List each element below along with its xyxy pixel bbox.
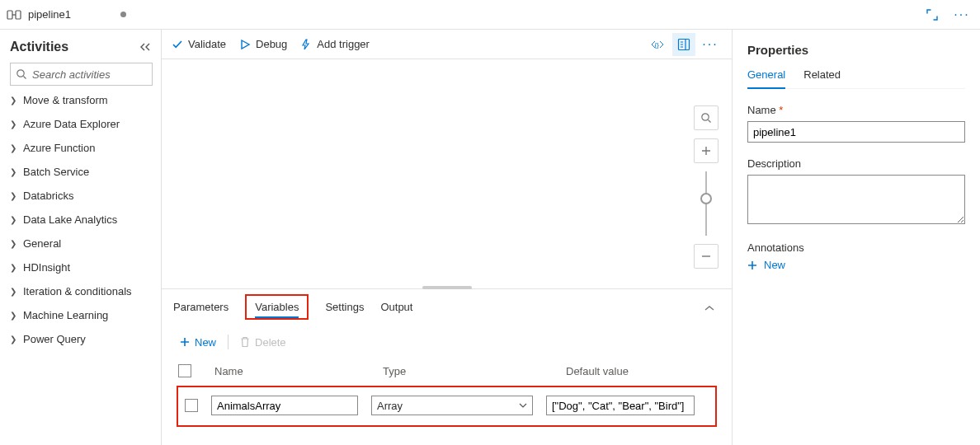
add-trigger-button[interactable]: Add trigger xyxy=(300,38,370,50)
chevron-right-icon: ❯ xyxy=(10,96,16,105)
column-name: Name xyxy=(214,365,373,377)
zoom-out-button[interactable] xyxy=(694,244,719,269)
collapse-bottom-icon[interactable] xyxy=(704,304,720,312)
props-tab-related[interactable]: Related xyxy=(803,68,841,88)
tab-parameters[interactable]: Parameters xyxy=(173,294,229,321)
code-view-icon[interactable]: {} xyxy=(646,33,669,56)
validate-label: Validate xyxy=(188,38,226,50)
search-icon xyxy=(16,68,27,80)
row-checkbox[interactable] xyxy=(185,399,198,412)
new-annotation-button[interactable]: New xyxy=(747,259,965,271)
action-separator xyxy=(228,335,229,349)
activity-group[interactable]: ❯Machine Learning xyxy=(10,309,153,321)
zoom-search-icon[interactable] xyxy=(694,105,719,130)
toolbar-more-icon[interactable]: ··· xyxy=(699,33,722,56)
tab-output[interactable]: Output xyxy=(380,294,412,321)
variable-type-value: Array xyxy=(377,400,403,412)
bottom-panel: Parameters Variables Settings Output New xyxy=(162,288,732,445)
activity-group[interactable]: ❯Power Query xyxy=(10,333,153,345)
chevron-right-icon: ❯ xyxy=(10,119,16,129)
svg-point-5 xyxy=(702,114,709,120)
activity-group[interactable]: ❯Azure Data Explorer xyxy=(10,118,153,130)
activity-label: General xyxy=(23,237,61,250)
variable-name-input[interactable] xyxy=(211,396,358,415)
add-trigger-label: Add trigger xyxy=(317,38,370,50)
activities-title: Activities xyxy=(10,40,134,54)
tab-bar: pipeline1 ··· xyxy=(0,0,980,30)
search-input[interactable] xyxy=(32,68,172,81)
svg-text:{}: {} xyxy=(655,41,660,49)
activity-label: Azure Function xyxy=(23,142,95,154)
activity-group[interactable]: ❯HDInsight xyxy=(10,261,153,274)
validate-button[interactable]: Validate xyxy=(172,38,226,50)
activity-label: HDInsight xyxy=(23,261,70,274)
column-type: Type xyxy=(383,365,556,377)
unsaved-dot-icon xyxy=(120,12,126,17)
chevron-right-icon: ❯ xyxy=(10,215,16,224)
pipeline-description-textarea[interactable] xyxy=(747,175,965,224)
svg-point-2 xyxy=(17,70,24,77)
zoom-slider[interactable] xyxy=(705,171,707,236)
tab-title[interactable]: pipeline1 xyxy=(28,8,71,21)
new-annotation-label: New xyxy=(764,259,785,271)
activity-group[interactable]: ❯Batch Service xyxy=(10,166,153,178)
properties-toggle-icon[interactable] xyxy=(672,33,695,56)
chevron-right-icon: ❯ xyxy=(10,287,16,296)
tab-variables[interactable]: Variables xyxy=(245,294,309,320)
activities-sidebar: Activities ❯Move & transform ❯Azure Data… xyxy=(0,30,162,445)
chevron-right-icon: ❯ xyxy=(10,239,16,248)
chevron-down-icon xyxy=(519,402,527,409)
fullscreen-icon[interactable] xyxy=(921,3,944,26)
activity-label: Power Query xyxy=(23,333,86,345)
activity-group[interactable]: ❯Databricks xyxy=(10,190,153,202)
chevron-right-icon: ❯ xyxy=(10,335,16,344)
new-label: New xyxy=(195,336,216,349)
activity-label: Batch Service xyxy=(23,166,89,178)
column-default: Default value xyxy=(566,365,717,377)
zoom-in-button[interactable] xyxy=(694,138,719,163)
delete-variable-button: Delete xyxy=(240,336,286,349)
activity-label: Databricks xyxy=(23,190,73,202)
new-variable-button[interactable]: New xyxy=(180,336,216,349)
activity-label: Machine Learning xyxy=(23,309,108,321)
activity-group[interactable]: ❯General xyxy=(10,237,153,250)
chevron-right-icon: ❯ xyxy=(10,143,16,152)
properties-panel: Properties General Related Name * Descri… xyxy=(733,30,980,445)
svg-rect-1 xyxy=(16,11,21,19)
chevron-right-icon: ❯ xyxy=(10,311,16,320)
name-label: Name * xyxy=(747,104,965,116)
debug-label: Debug xyxy=(256,38,287,50)
search-input-wrapper[interactable] xyxy=(10,63,153,86)
canvas-scroll-handle[interactable] xyxy=(422,286,472,289)
svg-rect-4 xyxy=(679,39,690,49)
variables-table: Name Type Default value Array xyxy=(177,364,717,427)
svg-rect-0 xyxy=(7,11,12,19)
chevron-right-icon: ❯ xyxy=(10,263,16,272)
tab-settings[interactable]: Settings xyxy=(325,294,364,321)
variable-row: Array xyxy=(177,386,717,427)
variable-default-input[interactable] xyxy=(546,396,695,415)
debug-button[interactable]: Debug xyxy=(239,38,287,50)
chevron-right-icon: ❯ xyxy=(10,167,16,176)
zoom-thumb[interactable] xyxy=(700,193,712,204)
activity-label: Iteration & conditionals xyxy=(23,285,132,297)
pipeline-icon xyxy=(7,8,21,21)
properties-title: Properties xyxy=(747,43,965,57)
more-icon[interactable]: ··· xyxy=(950,3,973,26)
activity-group[interactable]: ❯Azure Function xyxy=(10,142,153,154)
props-tab-general[interactable]: General xyxy=(747,68,785,89)
select-all-checkbox[interactable] xyxy=(178,364,191,377)
description-label: Description xyxy=(747,157,965,170)
activity-group[interactable]: ❯Data Lake Analytics xyxy=(10,213,153,226)
pipeline-name-input[interactable] xyxy=(747,121,965,143)
pipeline-canvas[interactable] xyxy=(162,59,732,288)
variable-type-select[interactable]: Array xyxy=(371,396,533,415)
designer-toolbar: Validate Debug Add trigger {} xyxy=(162,30,732,59)
activity-group[interactable]: ❯Move & transform xyxy=(10,94,153,106)
activity-group[interactable]: ❯Iteration & conditionals xyxy=(10,285,153,297)
activity-label: Move & transform xyxy=(23,94,108,106)
annotations-label: Annotations xyxy=(747,241,965,254)
collapse-activities-icon[interactable] xyxy=(138,42,153,52)
designer-area: Validate Debug Add trigger {} xyxy=(162,30,733,445)
activity-label: Data Lake Analytics xyxy=(23,213,117,226)
